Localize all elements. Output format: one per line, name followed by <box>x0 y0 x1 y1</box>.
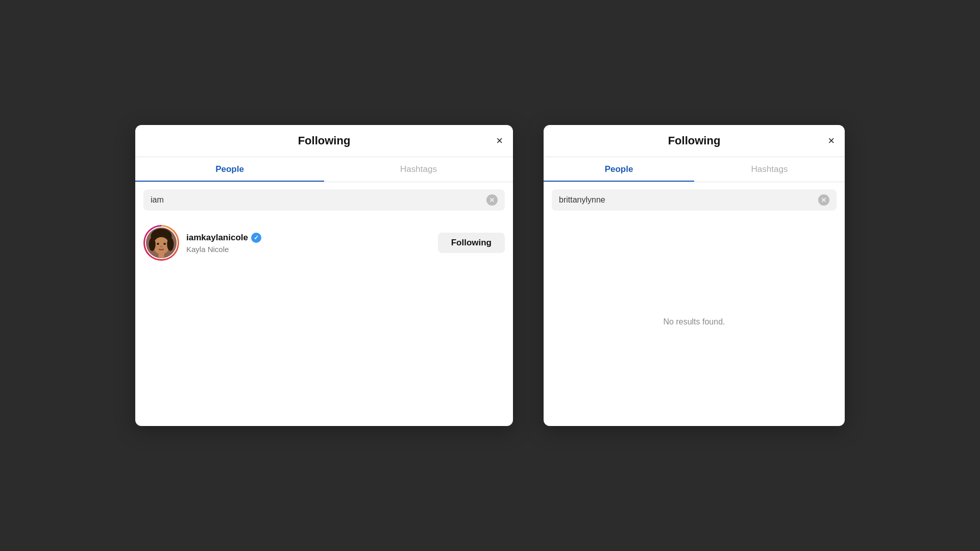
tab-left-people[interactable]: People <box>135 157 324 182</box>
username-row: iamkaylanicole <box>186 233 431 243</box>
svg-point-3 <box>157 243 159 245</box>
modal-left-content[interactable]: iamkaylanicole Kayla Nicole Following <box>135 218 513 426</box>
svg-point-7 <box>167 238 174 251</box>
avatar-image <box>146 227 177 259</box>
username: iamkaylanicole <box>186 233 248 243</box>
svg-point-4 <box>163 243 166 245</box>
dialogs-container: Following × People Hashtags ✕ <box>135 125 845 426</box>
modal-right-content[interactable]: No results found. <box>544 218 845 426</box>
tab-right-hashtags[interactable]: Hashtags <box>694 157 845 182</box>
tab-right-people[interactable]: People <box>544 157 694 182</box>
person-info: iamkaylanicole Kayla Nicole <box>186 233 431 254</box>
modal-right-close-button[interactable]: × <box>828 135 835 146</box>
modal-right-title: Following <box>668 134 721 147</box>
person-row-iamkaylanicole: iamkaylanicole Kayla Nicole Following <box>135 218 513 268</box>
modal-left-tabs: People Hashtags <box>135 157 513 182</box>
modal-left-header: Following × <box>135 125 513 157</box>
modal-left-search-clear[interactable]: ✕ <box>486 194 498 206</box>
avatar-wrapper <box>143 225 179 261</box>
following-button[interactable]: Following <box>438 233 505 253</box>
modal-right-search-box: ✕ <box>552 189 837 211</box>
avatar <box>145 227 178 259</box>
modal-left: Following × People Hashtags ✕ <box>135 125 513 426</box>
svg-rect-8 <box>158 254 164 258</box>
svg-point-6 <box>149 238 156 251</box>
modal-left-title: Following <box>298 134 351 147</box>
modal-right-search-container: ✕ <box>544 182 845 218</box>
svg-point-5 <box>160 246 162 247</box>
no-results-message: No results found. <box>544 218 845 426</box>
verified-badge-icon <box>251 233 261 243</box>
svg-point-2 <box>153 237 169 255</box>
display-name: Kayla Nicole <box>186 245 431 254</box>
tab-left-hashtags[interactable]: Hashtags <box>324 157 513 182</box>
modal-right-tabs: People Hashtags <box>544 157 845 182</box>
modal-left-close-button[interactable]: × <box>496 135 503 146</box>
modal-right-search-clear[interactable]: ✕ <box>818 194 829 206</box>
modal-right-search-input[interactable] <box>559 195 818 205</box>
modal-left-search-input[interactable] <box>151 195 486 205</box>
modal-left-search-box: ✕ <box>143 189 505 211</box>
modal-right: Following × People Hashtags ✕ No results… <box>544 125 845 426</box>
modal-left-search-container: ✕ <box>135 182 513 218</box>
modal-right-header: Following × <box>544 125 845 157</box>
